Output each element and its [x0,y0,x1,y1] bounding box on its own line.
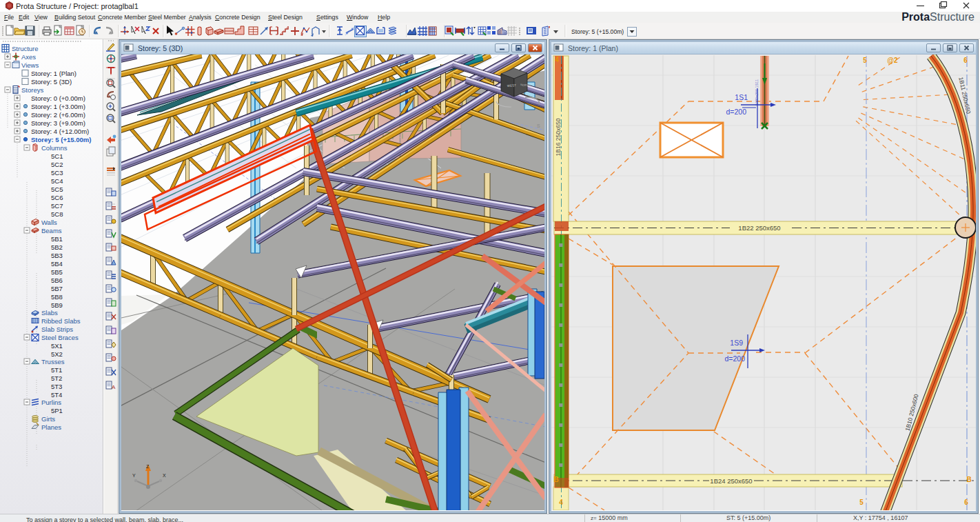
svg-text:d=200: d=200 [726,108,747,116]
svg-text:Y: Y [132,473,136,478]
svg-text:Planes: Planes [41,423,61,431]
svg-text:5P1: 5P1 [51,407,63,414]
svg-text:Storey: 3 (+9.00m): Storey: 3 (+9.00m) [31,119,85,127]
svg-text:5B4: 5B4 [51,260,63,268]
svg-text:5B2: 5B2 [51,243,63,251]
svg-text:B: B [966,476,971,483]
svg-text:5T2: 5T2 [51,374,62,382]
svg-text:5B5: 5B5 [51,268,63,276]
svg-text:5B6: 5B6 [51,277,63,284]
svg-text:5C7: 5C7 [51,202,63,210]
svg-text:X: X [163,473,166,478]
svg-text:Columns: Columns [41,144,68,152]
svg-text:5C1: 5C1 [51,152,63,160]
svg-text:Steel Braces: Steel Braces [41,334,79,341]
svg-text:S: S [537,123,540,128]
svg-text:5C2: 5C2 [51,161,63,168]
svg-text:5C8: 5C8 [51,210,63,218]
svg-text:Ribbed Slabs: Ribbed Slabs [41,317,81,325]
svg-text:1B22 250x650: 1B22 250x650 [738,224,780,232]
svg-text:Storeys: Storeys [21,86,43,94]
svg-text:Purlins: Purlins [41,399,61,406]
svg-text:Trusses: Trusses [41,358,65,365]
svg-text:5X1: 5X1 [51,342,63,350]
svg-text:5B1: 5B1 [51,235,63,243]
svg-text:4: 4 [559,499,563,506]
svg-text:5B9: 5B9 [51,301,63,309]
svg-text:5B7: 5B7 [51,285,63,292]
svg-text:5C5: 5C5 [51,185,63,193]
svg-text:5X2: 5X2 [51,350,63,358]
svg-text:Storey: 5 (+15.00m): Storey: 5 (+15.00m) [31,136,91,143]
svg-text:5B3: 5B3 [51,252,63,259]
svg-text:Storey: 5 (+15.00m): Storey: 5 (+15.00m) [571,28,624,35]
svg-text:Views: Views [21,61,39,69]
svg-text:1B24 250x650: 1B24 250x650 [710,477,752,485]
svg-text:Axes: Axes [21,53,36,61]
svg-text:Girts: Girts [41,415,55,423]
svg-text:6: 6 [963,57,968,64]
svg-text:5: 5 [863,57,867,64]
svg-text:Storey: 0 (+0.00m): Storey: 0 (+0.00m) [31,94,85,102]
svg-text:1S9: 1S9 [730,339,743,347]
svg-text:Beams: Beams [41,227,62,234]
svg-text:@2: @2 [887,57,898,64]
svg-text:B: B [553,476,558,483]
svg-text:6: 6 [964,499,968,506]
svg-text:Prota Structure / Project: pro: Prota Structure / Project: protaglbal1 [16,2,139,10]
svg-text:Storey: 5 (3D): Storey: 5 (3D) [31,78,72,86]
svg-text:5480x200 1S11: 5480x200 1S11 [755,79,759,106]
svg-text:Slab Strips: Slab Strips [41,325,73,333]
svg-text:1B16 250x650: 1B16 250x650 [555,118,562,156]
svg-text:5: 5 [859,499,864,506]
svg-text:Storey: 1 (+3.00m): Storey: 1 (+3.00m) [31,103,85,110]
svg-text:5T3: 5T3 [51,383,62,390]
svg-text:A: A [112,384,116,390]
svg-text:1S1: 1S1 [735,93,748,101]
svg-text:5C3: 5C3 [51,169,63,177]
svg-text:5T1: 5T1 [51,366,62,374]
svg-text:Structure: Structure [12,45,39,52]
svg-text:WEST: WEST [507,83,517,88]
svg-text:5B8: 5B8 [51,293,63,301]
svg-text:Storey: 2 (+6.00m): Storey: 2 (+6.00m) [31,111,85,119]
svg-text:4: 4 [555,56,559,63]
svg-text:Z: Z [146,464,150,469]
svg-text:5C4: 5C4 [51,177,63,185]
svg-text:Walls: Walls [41,219,57,226]
svg-text:5T4: 5T4 [51,391,62,399]
svg-text:Storey: 4 (+12.00m): Storey: 4 (+12.00m) [31,128,89,135]
svg-text:d=200: d=200 [725,354,746,363]
svg-text:Slabs: Slabs [41,309,58,317]
svg-text:Storey: 1 (Plan): Storey: 1 (Plan) [31,70,76,77]
svg-text:5C6: 5C6 [51,194,63,201]
